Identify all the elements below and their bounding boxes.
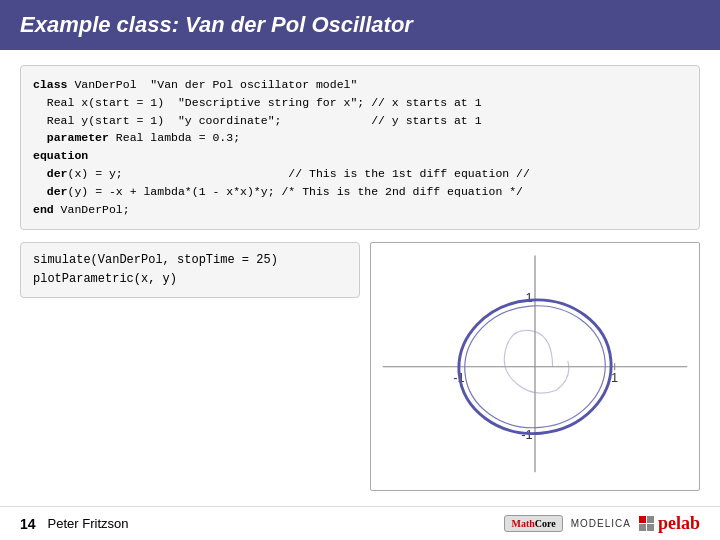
author-name: Peter Fritzson: [48, 516, 505, 531]
simulate-line1: simulate(VanDerPol, stopTime = 25): [33, 251, 347, 270]
page-number: 14: [20, 516, 36, 532]
main-area: simulate(VanDerPol, stopTime = 25) plotP…: [20, 242, 700, 492]
svg-text:1: 1: [525, 290, 532, 305]
slide-title: Example class: Van der Pol Oscillator: [0, 0, 720, 50]
left-panel: simulate(VanDerPol, stopTime = 25) plotP…: [20, 242, 360, 492]
mathcore-logo: MathCore: [504, 515, 562, 532]
title-text: Example class: Van der Pol Oscillator: [20, 12, 413, 37]
simulate-line2: plotParametric(x, y): [33, 270, 347, 289]
pelab-icon: [639, 516, 654, 531]
plot-area: 1 -1 -1 1: [370, 242, 700, 492]
pelab-logo: pelab: [639, 513, 700, 534]
modelica-logo: MODELICA: [571, 518, 631, 529]
footer-logos: MathCore MODELICA pelab: [504, 513, 700, 534]
slide-footer: 14 Peter Fritzson MathCore MODELICA pela…: [0, 506, 720, 540]
code-block: class VanDerPol "Van der Pol oscillator …: [20, 65, 700, 230]
plot-svg: 1 -1 -1 1: [371, 243, 699, 491]
slide-content: class VanDerPol "Van der Pol oscillator …: [0, 50, 720, 506]
slide: Example class: Van der Pol Oscillator cl…: [0, 0, 720, 540]
simulate-block: simulate(VanDerPol, stopTime = 25) plotP…: [20, 242, 360, 298]
pelab-text: pelab: [658, 513, 700, 534]
